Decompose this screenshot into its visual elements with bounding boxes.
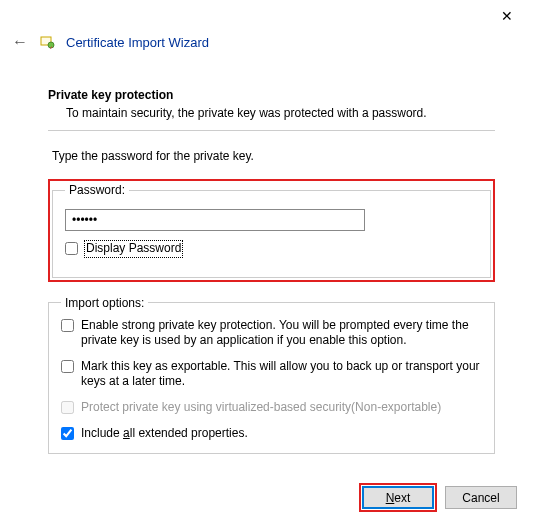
certificate-wizard-icon (40, 34, 56, 50)
opt-strong-checkbox[interactable] (61, 319, 74, 332)
separator (48, 130, 495, 131)
display-password-label: Display Password (85, 241, 182, 257)
next-button[interactable]: Next (362, 486, 434, 509)
opt-exportable-checkbox[interactable] (61, 360, 74, 373)
opt-strong-row: Enable strong private key protection. Yo… (61, 318, 482, 349)
opt-vbs-label: Protect private key using virtualized-ba… (81, 400, 441, 416)
close-icon: ✕ (501, 8, 513, 24)
display-password-row: Display Password (65, 241, 478, 257)
opt-include-label: Include all extended properties. (81, 426, 248, 442)
wizard-header: ← Certificate Import Wizard (0, 32, 535, 58)
password-fieldset: Password: Display Password (52, 183, 491, 278)
back-button[interactable]: ← (10, 32, 30, 52)
next-button-highlight: Next (359, 483, 437, 512)
wizard-footer: Next Cancel (359, 483, 517, 512)
opt-exportable-row: Mark this key as exportable. This will a… (61, 359, 482, 390)
display-password-checkbox[interactable] (65, 242, 78, 255)
wizard-title: Certificate Import Wizard (66, 35, 209, 50)
section-title: Private key protection (48, 88, 495, 102)
titlebar: ✕ (0, 0, 535, 32)
close-button[interactable]: ✕ (487, 2, 527, 30)
opt-include-row: Include all extended properties. (61, 426, 482, 442)
password-input[interactable] (65, 209, 365, 231)
password-legend: Password: (65, 183, 129, 197)
import-options-fieldset: Import options: Enable strong private ke… (48, 296, 495, 455)
cancel-button[interactable]: Cancel (445, 486, 517, 509)
wizard-content: Private key protection To maintain secur… (0, 58, 535, 464)
opt-include-checkbox[interactable] (61, 427, 74, 440)
password-highlight: Password: Display Password (48, 179, 495, 282)
instruction-text: Type the password for the private key. (52, 149, 495, 163)
opt-vbs-row: Protect private key using virtualized-ba… (61, 400, 482, 416)
import-options-legend: Import options: (61, 296, 148, 310)
opt-vbs-checkbox (61, 401, 74, 414)
opt-strong-label: Enable strong private key protection. Yo… (81, 318, 482, 349)
back-arrow-icon: ← (12, 33, 28, 51)
section-description: To maintain security, the private key wa… (66, 106, 495, 120)
opt-exportable-label: Mark this key as exportable. This will a… (81, 359, 482, 390)
